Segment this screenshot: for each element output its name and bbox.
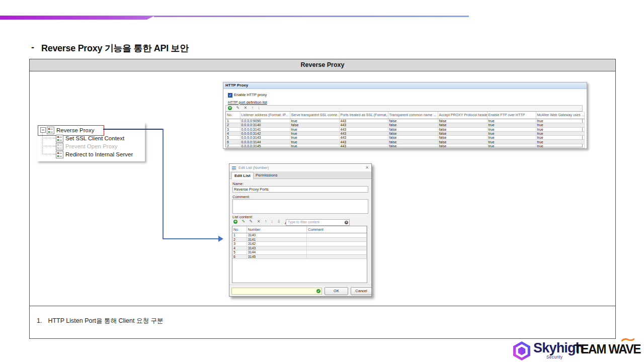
move-up-icon[interactable]: ↑ (252, 106, 254, 111)
valid-check-icon: ✓ (316, 289, 320, 293)
connector-arrowhead-icon (218, 236, 223, 242)
table-row[interactable]: 20.0.0.0:3140false443falsefalsetruetrue (226, 123, 584, 127)
table-row[interactable]: 50.0.0.0:3143true443falsefalsetruetrue (226, 136, 584, 140)
title-dash: - (31, 42, 34, 52)
highlight-box (38, 125, 104, 136)
dialog-titlebar: Edit List (Number) ✕ (229, 164, 371, 172)
table-row[interactable]: 63145 (232, 254, 367, 259)
name-label: Name: (232, 182, 244, 186)
move-down-icon[interactable]: ↓ (271, 219, 273, 224)
filter-placeholder: Type to filter content (288, 220, 319, 225)
table-header-row: No.Listener address (Format: IP...Serve … (226, 112, 584, 119)
tree-connector-stub (42, 146, 56, 146)
column-header: Accept PROXY Protocol header (438, 112, 487, 119)
filter-input[interactable]: Type to filter content ✕ (286, 219, 350, 226)
connector-line-horizontal-bottom (164, 238, 219, 239)
cancel-button[interactable]: Cancel (351, 287, 372, 295)
column-header: Comment (307, 226, 367, 233)
table-row[interactable]: 33142 (232, 242, 367, 246)
enable-http-proxy-row: ✓Enable HTTP proxy (228, 93, 267, 97)
dialog-tabstrip: Edit List Permissions (229, 171, 371, 179)
http-port-table: No.Listener address (Format: IP...Serve … (225, 111, 583, 147)
footnote-text: HTTP Listen Port을 통해 Client 요청 구분 (48, 317, 163, 324)
slide-title: -Reverse Proxy 기능을 통한 API 보안 (31, 42, 383, 54)
enable-http-proxy-label: Enable HTTP proxy (234, 93, 267, 97)
ruleset-icon (56, 151, 63, 158)
title-text: Reverse Proxy 기능을 통한 API 보안 (41, 43, 189, 53)
comment-field[interactable] (232, 199, 368, 214)
column-header: Enable FTP over HTTP (487, 112, 536, 119)
table-row[interactable]: 40.0.0.0:3142true443falsefalsetruetrue (226, 131, 584, 135)
http-proxy-panel: HTTP Proxy ✓Enable HTTP proxy HTTP port … (223, 82, 587, 149)
tab-permissions[interactable]: Permissions (253, 172, 280, 178)
comment-label: Comment: (232, 195, 250, 199)
table-row[interactable]: 43143 (232, 246, 367, 250)
tree-connector-stub (42, 138, 56, 138)
ruleset-icon (56, 135, 63, 142)
delete-icon[interactable]: ✕ (257, 219, 261, 224)
footnote: 1.HTTP Listen Port을 통해 Client 요청 구분 (37, 317, 163, 325)
dialog-footer-divider (229, 285, 371, 285)
column-header: Serve transparent SSL conne... (290, 112, 339, 119)
skyhigh-security-label: Security (546, 354, 562, 359)
table-row[interactable]: 10.0.0.0:9090true443falsefalsetruetrue (226, 119, 584, 123)
validation-status-field: ✓ (231, 288, 322, 295)
footnote-number: 1. (37, 317, 42, 324)
move-down-icon[interactable]: ↓ (258, 106, 260, 111)
ok-button[interactable]: OK (325, 287, 348, 295)
connector-line-vertical (163, 129, 164, 239)
tree-item-redirect-to-internal-server[interactable]: Redirect to Internal Server (56, 151, 133, 159)
top-accent-line (154, 16, 469, 17)
edit-icon[interactable]: ✎ (250, 219, 253, 224)
list-content-table: No.NumberComment 13140231413314243143531… (232, 226, 367, 283)
dialog-title: Edit List (Number) (238, 164, 269, 171)
table-row[interactable]: 53144 (232, 250, 367, 255)
footnote-divider (30, 306, 615, 306)
tree-item-prevent-open-proxy[interactable]: Prevent Open Proxy (56, 143, 118, 151)
column-header: Ports treated as SSL (Format,... (339, 112, 388, 119)
column-header: No. (226, 112, 240, 119)
panel-header: Reverse Proxy (30, 59, 615, 71)
edit-list-dialog: Edit List (Number) ✕ Edit List Permissio… (229, 163, 372, 297)
clear-filter-icon[interactable]: ✕ (345, 221, 348, 224)
table-header-row: No.NumberComment (232, 226, 367, 233)
ruleset-disabled-icon (56, 143, 63, 150)
tree-item-set-ssl-client-context[interactable]: Set SSL Client Context (56, 135, 124, 143)
tab-edit-list[interactable]: Edit List (231, 172, 254, 179)
delete-icon[interactable]: ✕ (244, 106, 248, 111)
wave-tilde-icon (621, 338, 634, 342)
footer-logos: Skyhigh Security TEAM WAVE (510, 340, 641, 362)
add-icon[interactable]: + (228, 106, 232, 110)
connector-line-horizontal-top (103, 129, 164, 130)
column-header: No. (232, 226, 247, 233)
add-icon[interactable]: + (233, 220, 237, 224)
column-header: McAfee Web Gateway uses ... (536, 112, 584, 119)
table-row[interactable]: 70.0.0.0:3145true443falsefalsetruetrue (226, 144, 584, 148)
edit-icon[interactable]: ✎ (236, 106, 239, 111)
edit-green-icon[interactable]: ✎ (242, 219, 245, 224)
skyhigh-logo-icon (512, 341, 531, 361)
table-row[interactable]: 23141 (232, 237, 367, 242)
column-header: Number (247, 226, 307, 233)
list-content-label: List content: (232, 215, 253, 219)
top-accent-bar (0, 16, 155, 20)
table-row[interactable]: 13140 (232, 233, 367, 238)
column-header: Listener address (Format: IP... (240, 112, 290, 119)
column-header: Transparent common name ... (388, 112, 438, 119)
table-row[interactable]: 60.0.0.0:3144true443falsefalsetruetrue (226, 140, 584, 144)
http-proxy-panel-title: HTTP Proxy (223, 82, 587, 89)
table-row[interactable]: 30.0.0.0:3141true443falsefalsetruetrue (226, 127, 584, 131)
teamwave-wordmark: TEAM WAVE (574, 342, 640, 356)
tree-connector-stub (42, 154, 56, 154)
name-field[interactable] (232, 186, 368, 193)
close-icon[interactable]: ✕ (365, 164, 369, 171)
checkbox-checked-icon[interactable]: ✓ (228, 93, 232, 98)
append-from-file-icon[interactable]: ⇩ (277, 219, 281, 224)
list-icon (232, 166, 236, 170)
move-up-icon[interactable]: ↑ (265, 219, 267, 224)
